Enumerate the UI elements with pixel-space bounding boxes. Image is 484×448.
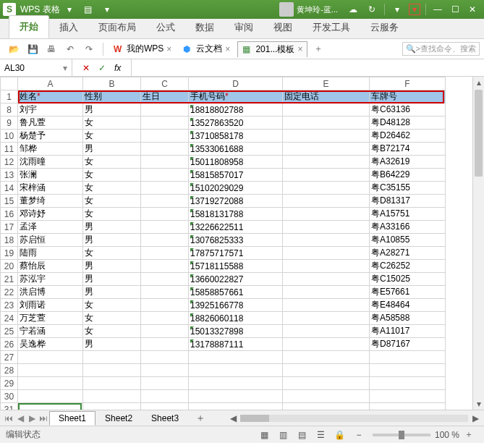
header-cell-A[interactable]: 姓名* <box>18 90 83 103</box>
row-header-10[interactable]: 10 <box>1 130 18 143</box>
cell-F29[interactable] <box>370 377 446 390</box>
username[interactable]: 黄坤玲-蓝... <box>297 4 338 15</box>
cell-C30[interactable] <box>141 390 189 403</box>
row-header-20[interactable]: 20 <box>1 260 18 273</box>
scroll-up-icon[interactable]: ▴ <box>473 77 484 88</box>
view-break-icon[interactable]: ▤ <box>295 428 310 441</box>
cell-A30[interactable] <box>18 390 83 403</box>
cell-B24[interactable]: 女 <box>83 312 141 325</box>
cell-A11[interactable]: 邹桦 <box>18 143 83 156</box>
doc-tab-2[interactable]: ▦201...模板× <box>237 41 307 57</box>
skin-icon[interactable]: ▾ <box>390 2 404 17</box>
name-box[interactable]: AL30 ▾ <box>0 59 72 76</box>
cell-B9[interactable]: 女 <box>83 117 141 130</box>
cell-E30[interactable] <box>283 390 370 403</box>
cell-F24[interactable]: 粤A58588 <box>370 312 446 325</box>
cell-D25[interactable]: 15013327898 <box>189 325 283 338</box>
fx-cancel-icon[interactable]: ✕ <box>82 63 90 73</box>
cell-E15[interactable] <box>283 195 370 208</box>
cell-E16[interactable] <box>283 208 370 221</box>
cell-B16[interactable]: 女 <box>83 208 141 221</box>
row-header-8[interactable]: 8 <box>1 103 18 117</box>
cell-D8[interactable]: 18818802788 <box>189 103 283 117</box>
cell-E10[interactable] <box>283 130 370 143</box>
redo-icon[interactable]: ↷ <box>82 42 96 56</box>
cell-F11[interactable]: 粤B72174 <box>370 143 446 156</box>
cell-E8[interactable] <box>283 103 370 117</box>
undo-icon[interactable]: ↶ <box>63 42 77 56</box>
row-header-27[interactable]: 27 <box>1 351 18 364</box>
view-reading-icon[interactable]: ☰ <box>314 428 328 441</box>
zoom-slider[interactable] <box>373 434 430 436</box>
cell-C21[interactable] <box>141 273 189 286</box>
save-icon[interactable]: 💾 <box>25 42 40 56</box>
cell-B13[interactable]: 女 <box>83 169 141 182</box>
cell-C18[interactable] <box>141 234 189 247</box>
cell-E14[interactable] <box>283 182 370 195</box>
cell-E22[interactable] <box>283 286 370 299</box>
add-sheet-button[interactable]: ＋ <box>188 412 213 425</box>
cell-C11[interactable] <box>141 143 189 156</box>
hscroll-left-icon[interactable]: ◀ <box>227 413 239 423</box>
cell-F26[interactable]: 粤D87167 <box>370 338 446 351</box>
cell-F16[interactable]: 粤A15751 <box>370 208 446 221</box>
ribbon-tab-7[interactable]: 开发工具 <box>302 17 360 38</box>
cell-C17[interactable] <box>141 221 189 234</box>
row-header-13[interactable]: 13 <box>1 169 18 182</box>
cell-E24[interactable] <box>283 312 370 325</box>
cell-B14[interactable]: 女 <box>83 182 141 195</box>
cell-C31[interactable] <box>141 403 189 410</box>
cell-A28[interactable] <box>18 364 83 377</box>
sheet-nav-first-icon[interactable]: ⏮ <box>3 413 14 423</box>
cell-C23[interactable] <box>141 299 189 312</box>
cell-E19[interactable] <box>283 247 370 260</box>
close-button[interactable]: ✕ <box>464 2 481 17</box>
cloud-icon[interactable]: ☁ <box>346 2 360 17</box>
cell-C25[interactable] <box>141 325 189 338</box>
row-header-31[interactable]: 31 <box>1 403 18 410</box>
vertical-scrollbar[interactable]: ▴ ▾ <box>472 77 484 410</box>
row-header-16[interactable]: 16 <box>1 208 18 221</box>
cell-E17[interactable] <box>283 221 370 234</box>
cell-C15[interactable] <box>141 195 189 208</box>
header-cell-E[interactable]: 固定电话 <box>283 90 370 103</box>
cell-A27[interactable] <box>18 351 83 364</box>
cell-F17[interactable]: 粤A33166 <box>370 221 446 234</box>
cell-A8[interactable]: 刘宇 <box>18 103 83 117</box>
row-header-29[interactable]: 29 <box>1 377 18 390</box>
sheet-nav-next-icon[interactable]: ▶ <box>26 413 38 423</box>
cell-D20[interactable]: 15718115588 <box>189 260 283 273</box>
cell-C27[interactable] <box>141 351 189 364</box>
row-header-12[interactable]: 12 <box>1 156 18 169</box>
row-header-17[interactable]: 17 <box>1 221 18 234</box>
view-page-icon[interactable]: ▥ <box>276 428 291 441</box>
col-header-B[interactable]: B <box>83 77 141 90</box>
cell-B29[interactable] <box>83 377 141 390</box>
row-header-18[interactable]: 18 <box>1 234 18 247</box>
cell-C16[interactable] <box>141 208 189 221</box>
row-header-1[interactable]: 1 <box>1 90 18 103</box>
cell-E27[interactable] <box>283 351 370 364</box>
cell-F19[interactable]: 粤A28271 <box>370 247 446 260</box>
row-header-30[interactable]: 30 <box>1 390 18 403</box>
ribbon-tab-6[interactable]: 视图 <box>263 17 302 38</box>
print-icon[interactable]: 🖶 <box>44 42 59 56</box>
ribbon-tab-1[interactable]: 插入 <box>49 17 88 38</box>
cell-B8[interactable]: 男 <box>83 103 141 117</box>
col-header-A[interactable]: A <box>18 77 83 90</box>
cell-D23[interactable]: 13925166778 <box>189 299 283 312</box>
cell-F15[interactable]: 粤D81317 <box>370 195 446 208</box>
cell-B12[interactable]: 女 <box>83 156 141 169</box>
cell-E29[interactable] <box>283 377 370 390</box>
add-tab-icon[interactable]: ＋ <box>311 42 326 56</box>
fx-icon[interactable]: fx <box>114 63 121 73</box>
hscroll-right-icon[interactable]: ▶ <box>470 413 481 423</box>
cell-D19[interactable]: 17875717571 <box>189 247 283 260</box>
open-icon[interactable]: 📂 <box>7 42 21 56</box>
cell-C24[interactable] <box>141 312 189 325</box>
row-header-22[interactable]: 22 <box>1 286 18 299</box>
ribbon-tab-0[interactable]: 开始 <box>9 15 49 38</box>
cell-B27[interactable] <box>83 351 141 364</box>
cell-B31[interactable] <box>83 403 141 410</box>
cell-C22[interactable] <box>141 286 189 299</box>
